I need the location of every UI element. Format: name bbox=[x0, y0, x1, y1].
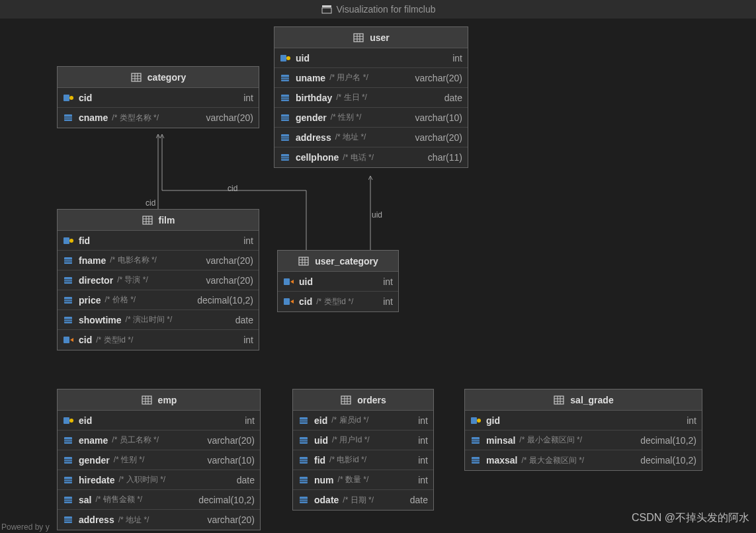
column-type: varchar(10) bbox=[207, 455, 255, 466]
table-title: orders bbox=[357, 395, 386, 405]
column-row[interactable]: cid/* 类型id */int bbox=[58, 330, 259, 350]
column-row[interactable]: cidint bbox=[58, 88, 259, 108]
column-name: odate bbox=[314, 495, 339, 505]
column-row[interactable]: uidint bbox=[274, 48, 468, 68]
column-type: varchar(20) bbox=[415, 132, 462, 143]
relation-label-cid2: cid bbox=[228, 184, 237, 193]
column-comment: /* 性别 */ bbox=[114, 454, 145, 466]
column-name: cid bbox=[299, 296, 312, 307]
column-comment: /* 类型id */ bbox=[96, 335, 133, 346]
column-row[interactable]: birthday/* 生日 */date bbox=[274, 88, 468, 108]
col-icon bbox=[63, 315, 75, 325]
column-comment: /* 性别 */ bbox=[331, 112, 362, 123]
column-comment: /* 用户名 */ bbox=[329, 72, 368, 83]
column-comment: /* 日期 */ bbox=[343, 495, 374, 506]
column-row[interactable]: hiredate/* 入职时间 */date bbox=[58, 470, 260, 490]
table-film[interactable]: filmfidintfname/* 电影名称 */varchar(20)dire… bbox=[57, 209, 259, 350]
column-row[interactable]: uname/* 用户名 */varchar(20) bbox=[274, 68, 468, 88]
table-sal-grade[interactable]: sal_gradegidintminsal/* 最小金额区间 */decimal… bbox=[464, 389, 702, 471]
column-name: ename bbox=[79, 435, 108, 446]
column-row[interactable]: address/* 地址 */varchar(20) bbox=[274, 128, 468, 147]
col-icon bbox=[470, 435, 482, 446]
column-row[interactable]: fidint bbox=[58, 231, 259, 251]
col-icon bbox=[63, 275, 75, 286]
column-type: int bbox=[418, 455, 428, 466]
column-name: uid bbox=[314, 435, 328, 446]
column-row[interactable]: address/* 地址 */varchar(20) bbox=[58, 510, 260, 530]
column-type: date bbox=[444, 93, 462, 103]
table-category[interactable]: categorycidintcname/* 类型名称 */varchar(20) bbox=[57, 66, 259, 128]
column-row[interactable]: maxsal/* 最大金额区间 */decimal(10,2) bbox=[465, 450, 702, 470]
fk-icon bbox=[283, 296, 295, 307]
column-row[interactable]: cid/* 类型id */int bbox=[278, 292, 398, 311]
column-row[interactable]: eidint bbox=[58, 411, 260, 430]
column-name: price bbox=[79, 295, 101, 306]
column-comment: /* 电影id */ bbox=[329, 454, 366, 466]
column-name: gender bbox=[79, 455, 110, 466]
column-name: director bbox=[79, 275, 113, 286]
relation-label-uid: uid bbox=[372, 210, 382, 220]
column-name: uname bbox=[296, 73, 325, 83]
table-emp[interactable]: empeidintename/* 员工名称 */varchar(20)gende… bbox=[57, 389, 261, 530]
column-type: varchar(20) bbox=[206, 112, 253, 123]
watermark: CSDN @不掉头发的阿水 bbox=[632, 511, 749, 525]
column-row[interactable]: ename/* 员工名称 */varchar(20) bbox=[58, 430, 260, 450]
column-comment: /* 生日 */ bbox=[336, 92, 367, 103]
column-row[interactable]: uid/* 用户Id */int bbox=[293, 430, 433, 450]
column-row[interactable]: cname/* 类型名称 */varchar(20) bbox=[58, 108, 259, 128]
column-row[interactable]: director/* 导演 */varchar(20) bbox=[58, 270, 259, 290]
column-row[interactable]: cellphone/* 电话 */char(11) bbox=[274, 147, 468, 167]
column-name: sal bbox=[79, 495, 91, 505]
diagram-canvas[interactable]: cid cid uid categorycidintcname/* 类型名称 *… bbox=[0, 19, 756, 533]
pk-icon bbox=[63, 93, 75, 103]
column-type: int bbox=[383, 296, 393, 307]
column-comment: /* 地址 */ bbox=[118, 514, 149, 526]
table-header: orders bbox=[293, 390, 433, 411]
column-row[interactable]: uidint bbox=[278, 272, 398, 292]
column-comment: /* 价格 */ bbox=[105, 294, 136, 306]
column-type: int bbox=[243, 93, 253, 103]
column-row[interactable]: odate/* 日期 */date bbox=[293, 490, 433, 510]
column-name: cellphone bbox=[296, 152, 339, 163]
column-row[interactable]: gidint bbox=[465, 411, 702, 430]
col-icon bbox=[63, 475, 75, 485]
column-type: decimal(10,2) bbox=[640, 435, 696, 446]
col-icon bbox=[63, 514, 75, 525]
column-type: varchar(20) bbox=[206, 275, 253, 286]
column-row[interactable]: minsal/* 最小金额区间 */decimal(10,2) bbox=[465, 430, 702, 450]
table-user[interactable]: useruidintuname/* 用户名 */varchar(20)birth… bbox=[274, 26, 468, 168]
table-header: film bbox=[58, 210, 259, 231]
column-row[interactable]: price/* 价格 */decimal(10,2) bbox=[58, 290, 259, 310]
col-icon bbox=[280, 112, 292, 123]
column-row[interactable]: eid/* 雇员id */int bbox=[293, 411, 433, 430]
column-row[interactable]: gender/* 性别 */varchar(10) bbox=[58, 450, 260, 470]
column-row[interactable]: fid/* 电影id */int bbox=[293, 450, 433, 470]
relation-label-cid1: cid bbox=[146, 198, 155, 208]
col-icon bbox=[63, 455, 75, 466]
column-type: int bbox=[418, 415, 428, 426]
column-row[interactable]: sal/* 销售金额 */decimal(10,2) bbox=[58, 490, 260, 510]
column-row[interactable]: gender/* 性别 */varchar(10) bbox=[274, 108, 468, 128]
table-title: user bbox=[370, 32, 390, 43]
col-icon bbox=[63, 295, 75, 306]
fk-icon bbox=[283, 276, 295, 287]
column-type: date bbox=[237, 475, 255, 485]
pk-icon bbox=[63, 235, 75, 246]
column-row[interactable]: showtime/* 演出时间 */date bbox=[58, 310, 259, 330]
column-type: int bbox=[418, 435, 428, 446]
col-icon bbox=[298, 455, 310, 466]
table-user-category[interactable]: user_categoryuidintcid/* 类型id */int bbox=[277, 250, 399, 312]
column-row[interactable]: num/* 数量 */int bbox=[293, 470, 433, 490]
header-title: Visualization for filmclub bbox=[337, 4, 436, 15]
column-type: int bbox=[243, 235, 253, 246]
column-type: varchar(20) bbox=[415, 73, 462, 83]
column-comment: /* 地址 */ bbox=[335, 132, 366, 143]
col-icon bbox=[470, 455, 482, 466]
col-icon bbox=[63, 255, 75, 266]
table-icon bbox=[142, 215, 153, 226]
table-orders[interactable]: orderseid/* 雇员id */intuid/* 用户Id */intfi… bbox=[292, 389, 434, 511]
column-comment: /* 销售金额 */ bbox=[95, 494, 142, 505]
column-type: varchar(20) bbox=[206, 255, 253, 266]
column-row[interactable]: fname/* 电影名称 */varchar(20) bbox=[58, 251, 259, 270]
column-name: fname bbox=[79, 255, 106, 266]
